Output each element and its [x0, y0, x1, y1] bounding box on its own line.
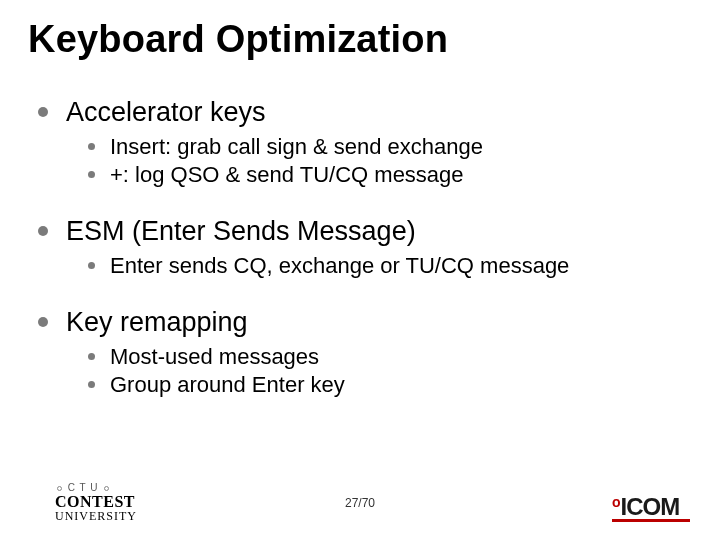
contest-university-logo: C T U CONTEST UNIVERSITY [55, 483, 137, 523]
university-text: UNIVERSITY [55, 510, 137, 523]
contest-text: CONTEST [55, 494, 137, 511]
footer: C T U CONTEST UNIVERSITY 27/70 oICOM [0, 472, 720, 528]
antenna-icon: o [612, 494, 621, 510]
sub-item: Group around Enter key [88, 372, 692, 398]
icom-logo: oICOM [612, 496, 690, 522]
bullet-label: Key remapping [66, 307, 248, 337]
bullet-label: ESM (Enter Sends Message) [66, 216, 416, 246]
sub-list: Insert: grab call sign & send exchange +… [66, 134, 692, 188]
slide-title: Keyboard Optimization [28, 18, 692, 61]
icom-text: oICOM [612, 496, 690, 518]
sub-item: Enter sends CQ, exchange or TU/CQ messag… [88, 253, 692, 279]
bullet-item: Accelerator keys Insert: grab call sign … [38, 97, 692, 188]
sub-list: Enter sends CQ, exchange or TU/CQ messag… [66, 253, 692, 279]
sub-item: Most-used messages [88, 344, 692, 370]
bullet-item: Key remapping Most-used messages Group a… [38, 307, 692, 398]
bullet-label: Accelerator keys [66, 97, 266, 127]
sub-list: Most-used messages Group around Enter ke… [66, 344, 692, 398]
page-number: 27/70 [345, 496, 375, 510]
bullet-list: Accelerator keys Insert: grab call sign … [28, 97, 692, 398]
sub-item: Insert: grab call sign & send exchange [88, 134, 692, 160]
slide: Keyboard Optimization Accelerator keys I… [0, 0, 720, 540]
bullet-item: ESM (Enter Sends Message) Enter sends CQ… [38, 216, 692, 279]
sub-item: +: log QSO & send TU/CQ message [88, 162, 692, 188]
